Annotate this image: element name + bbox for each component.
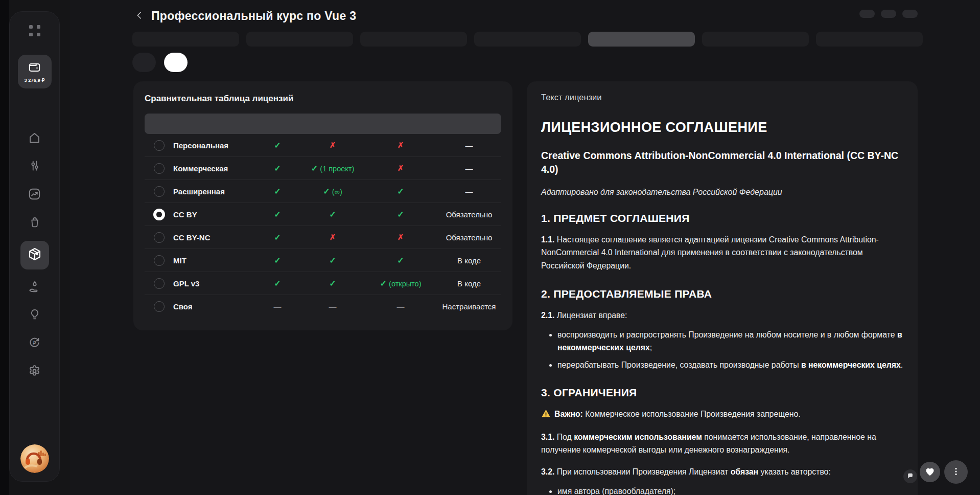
license-radio[interactable]	[154, 163, 165, 174]
tab-preview[interactable]	[132, 32, 239, 47]
back-button[interactable]	[134, 10, 145, 22]
favorite-button[interactable]	[920, 462, 940, 482]
to-page-button[interactable]	[859, 10, 875, 18]
check-icon: ✓	[274, 279, 281, 288]
save-button[interactable]	[881, 10, 896, 18]
sidebar-item-package[interactable]	[20, 241, 49, 269]
avatar[interactable]	[20, 444, 49, 473]
sidebar-item-chart[interactable]	[25, 185, 45, 205]
page-header: Профессиональный курс по Vue 3	[134, 9, 356, 23]
cross-cell: ✗	[364, 141, 437, 150]
check-icon: ✓	[329, 279, 336, 288]
license-radio[interactable]	[154, 232, 165, 243]
license-name: Коммерческая	[173, 164, 254, 173]
bold-run: обязан	[731, 467, 758, 476]
sidebar-item-bag[interactable]	[25, 213, 45, 233]
license-radio[interactable]	[154, 255, 165, 266]
license-radio[interactable]	[153, 209, 165, 220]
cell-note: (∞)	[332, 188, 342, 196]
license-text-card: Текст лицензии ЛИЦЕНЗИОННОЕ СОГЛАШЕНИЕCr…	[527, 81, 918, 495]
table-row[interactable]: Своя———Настраивается	[145, 295, 501, 318]
bold-run: 3.2.	[541, 467, 554, 476]
sidebar: 3 276,9 ₽ ₽	[9, 11, 60, 482]
table-row[interactable]: CC BY✓✓✓Обязательно	[145, 203, 501, 226]
bulb-icon	[28, 308, 41, 323]
check-icon: ✓	[329, 210, 336, 219]
license-table-header	[145, 114, 501, 134]
check-icon: ✓	[274, 164, 281, 173]
table-row[interactable]: Коммерческая✓✓ (1 проект)✗—	[145, 157, 501, 180]
cross-icon: ✗	[398, 233, 404, 241]
chat-bubble-icon	[907, 472, 914, 481]
attribution-cell: —	[437, 164, 501, 173]
license-text-title: Текст лицензии	[541, 93, 903, 102]
check-cell: ✓	[364, 187, 437, 196]
sidebar-item-hand-drop[interactable]	[25, 277, 45, 298]
package-icon	[27, 246, 42, 264]
check-cell: ✓ (∞)	[301, 187, 364, 196]
license-heading: ЛИЦЕНЗИОННОЕ СОГЛАШЕНИЕ	[541, 120, 903, 136]
user-avatar-icon	[20, 466, 49, 473]
section-heading: 3. ОГРАНИЧЕНИЯ	[541, 387, 903, 399]
sidebar-item-ruble-refresh[interactable]: ₽	[25, 333, 45, 354]
license-name: CC BY	[173, 210, 254, 219]
table-row[interactable]: Персональная✓✗✗—	[145, 134, 501, 157]
tab-editor[interactable]	[246, 32, 353, 47]
attribution-cell: В коде	[437, 279, 501, 288]
check-cell: ✓	[254, 210, 301, 219]
table-row[interactable]: MIT✓✓✓В коде	[145, 249, 501, 272]
check-icon: ✓	[397, 187, 404, 196]
tab-versions[interactable]	[474, 32, 581, 47]
app-logo-icon[interactable]	[26, 22, 43, 41]
sidebar-item-sliders[interactable]	[25, 156, 45, 177]
check-cell: ✓	[364, 210, 437, 219]
license-radio[interactable]	[154, 301, 165, 312]
next-button[interactable]	[902, 10, 918, 18]
list-item: воспроизводить и распространять Произвед…	[557, 328, 903, 354]
cross-cell: ✗	[364, 164, 437, 173]
sidebar-item-home[interactable]	[25, 128, 45, 149]
license-radio[interactable]	[154, 140, 165, 151]
license-radio[interactable]	[154, 278, 165, 289]
attribution-cell: Обязательно	[437, 233, 501, 242]
home-icon	[28, 131, 41, 147]
check-cell: ✓	[301, 256, 364, 265]
app: { "colors": { "check_green": "#2ecc71", …	[0, 0, 980, 495]
tab-content[interactable]	[360, 32, 467, 47]
chart-icon	[28, 187, 41, 203]
check-cell: ✓	[254, 233, 301, 242]
sidebar-item-gear[interactable]	[25, 362, 45, 382]
bag-icon	[28, 215, 41, 231]
bold-run: Важно:	[554, 410, 583, 418]
check-cell: ✓	[254, 256, 301, 265]
table-row[interactable]: CC BY-NC✓✗✗Обязательно	[145, 226, 501, 249]
check-icon: ✓	[274, 210, 281, 219]
license-table: Персональная✓✗✗—Коммерческая✓✓ (1 проект…	[145, 114, 501, 318]
list-item: перерабатывать Произведение, создавать п…	[557, 358, 903, 371]
license-paragraph: 3.1. Под коммерческим использованием пон…	[541, 431, 903, 457]
more-button[interactable]	[944, 460, 968, 484]
wallet-balance-tile[interactable]: 3 276,9 ₽	[18, 55, 52, 88]
subtab-main-settings[interactable]	[132, 53, 156, 72]
cross-cell: ✗	[301, 233, 364, 242]
section-heading: 2. ПРЕДОСТАВЛЯЕМЫЕ ПРАВА	[541, 288, 903, 300]
license-paragraph: 2.1. Лицензиат вправе:	[541, 309, 903, 322]
ruble-refresh-icon: ₽	[28, 336, 41, 352]
check-icon: ✓	[274, 187, 281, 196]
cross-cell: ✗	[364, 233, 437, 242]
license-radio[interactable]	[154, 186, 165, 197]
tab-updates[interactable]	[702, 32, 809, 47]
subtab-license[interactable]	[164, 53, 188, 72]
tab-statistics[interactable]	[816, 32, 923, 47]
table-row[interactable]: GPL v3✓✓✓ (открыто)В коде	[145, 272, 501, 295]
license-paragraph: 3.2. При использовании Произведения Лице…	[541, 465, 903, 479]
warning-icon	[541, 409, 551, 422]
license-name: MIT	[173, 256, 254, 265]
chat-button[interactable]	[903, 469, 917, 483]
dash-cell: —	[254, 302, 301, 311]
check-cell: ✓	[254, 279, 301, 288]
tab-settings[interactable]	[588, 32, 695, 47]
sidebar-item-bulb[interactable]	[25, 305, 45, 326]
hand-drop-icon	[28, 280, 41, 296]
table-row[interactable]: Расширенная✓✓ (∞)✓—	[145, 180, 501, 203]
